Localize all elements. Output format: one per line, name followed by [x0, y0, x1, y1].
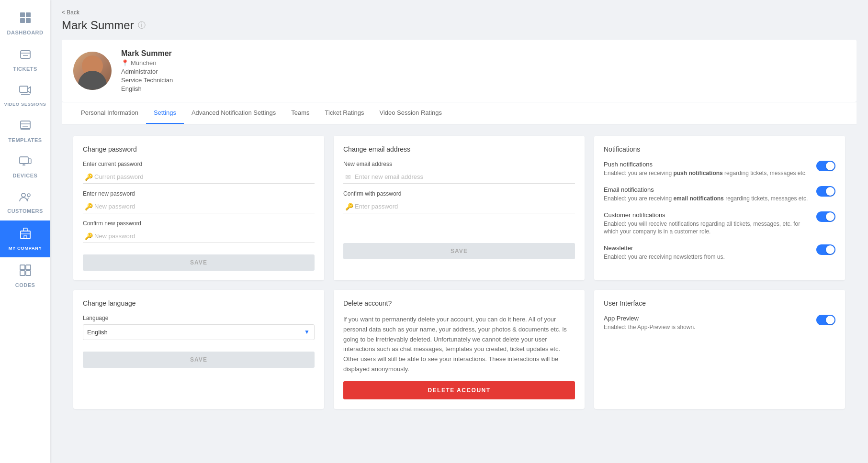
ui-app-preview-text: App Preview Enabled: the App-Preview is … [604, 315, 812, 331]
svg-rect-3 [26, 18, 31, 23]
notif-push-title: Push notifications [604, 161, 812, 168]
notif-newsletter-text: Newsletter Enabled: you are receiving ne… [604, 244, 812, 261]
new-password-group: Enter new password 🔑 [83, 190, 315, 213]
tab-ticket-ratings[interactable]: Ticket Ratings [317, 102, 372, 124]
svg-rect-0 [20, 12, 25, 17]
svg-rect-13 [20, 157, 28, 164]
user-role2: Service Technician [121, 77, 173, 84]
confirm-password-group: Confirm new password 🔑 [83, 220, 315, 243]
page-title: Mark Summer [62, 19, 134, 32]
confirm-with-password-input[interactable] [343, 200, 575, 213]
sidebar-item-customers[interactable]: CUSTOMERS [0, 185, 50, 220]
notif-email: Email notifications Enabled: you are rec… [604, 186, 835, 203]
back-link[interactable]: < Back [62, 9, 79, 16]
sidebar-item-codes[interactable]: CODES [0, 257, 50, 295]
new-email-label: New email address [343, 161, 575, 167]
templates-icon [20, 120, 31, 134]
tab-settings[interactable]: Settings [146, 102, 184, 124]
notif-newsletter-toggle[interactable] [816, 244, 835, 255]
sidebar: DASHBOARD TICKETS VIDEO SESSIONS [0, 0, 50, 463]
user-name: Mark Summer [121, 49, 173, 58]
notif-customer-toggle[interactable] [816, 211, 835, 222]
tab-personal[interactable]: Personal Information [73, 102, 146, 124]
notif-newsletter: Newsletter Enabled: you are receiving ne… [604, 244, 835, 261]
notifications-title: Notifications [604, 145, 835, 153]
video-sessions-icon [19, 85, 32, 99]
svg-rect-4 [21, 51, 30, 58]
notif-email-text: Email notifications Enabled: you are rec… [604, 186, 812, 203]
svg-point-18 [27, 194, 30, 197]
profile-header: Mark Summer 📍 München Administrator Serv… [62, 40, 857, 102]
svg-rect-26 [26, 271, 31, 276]
notif-newsletter-title: Newsletter [604, 244, 812, 252]
tab-video-session-ratings[interactable]: Video Session Ratings [372, 102, 450, 124]
sidebar-label-tickets: TICKETS [13, 66, 37, 72]
notif-push-desc: Enabled: you are receiving push notifica… [604, 169, 812, 177]
sidebar-label-my-company: MY COMPANY [9, 245, 42, 251]
tab-teams[interactable]: Teams [283, 102, 317, 124]
delete-account-button[interactable]: DELETE ACCOUNT [343, 381, 575, 399]
sidebar-item-devices[interactable]: DEVICES [0, 150, 50, 185]
confirm-with-password-group: Confirm with password 🔑 [343, 190, 575, 213]
change-language-save-button[interactable]: SAVE [83, 352, 315, 368]
sidebar-item-video-sessions[interactable]: VIDEO SESSIONS [0, 78, 50, 113]
new-email-group: New email address ✉ [343, 161, 575, 184]
svg-rect-14 [28, 159, 31, 164]
change-email-title: Change email address [343, 145, 575, 153]
sidebar-item-dashboard[interactable]: DASHBOARD [0, 5, 50, 42]
notif-push-text: Push notifications Enabled: you are rece… [604, 161, 812, 177]
change-password-save-button[interactable]: SAVE [83, 254, 315, 271]
sidebar-item-my-company[interactable]: MY COMPANY [0, 220, 50, 257]
avatar [73, 52, 112, 90]
user-interface-card: User Interface App Preview Enabled: the … [594, 290, 845, 409]
language-select-wrapper: Language English German French Spanish ▼ [83, 315, 315, 340]
sidebar-label-codes: CODES [15, 282, 35, 288]
ui-app-preview: App Preview Enabled: the App-Preview is … [604, 315, 835, 331]
sidebar-label-video-sessions: VIDEO SESSIONS [4, 101, 46, 107]
user-interface-title: User Interface [604, 299, 835, 307]
sections-row-1: Change password Enter current password 🔑… [73, 136, 845, 280]
sidebar-label-dashboard: DASHBOARD [7, 30, 44, 35]
main-content: < Back Mark Summer ⓘ Mark Summer 📍 Münch… [50, 0, 868, 463]
change-password-card: Change password Enter current password 🔑… [73, 136, 324, 280]
change-email-save-button[interactable]: SAVE [343, 243, 575, 259]
notif-customer: Customer notifications Enabled: you will… [604, 211, 835, 236]
notif-newsletter-desc: Enabled: you are receiving newsletters f… [604, 253, 812, 261]
notif-customer-desc: Enabled: you will receive notifications … [604, 220, 812, 236]
new-email-input[interactable] [343, 170, 575, 184]
ui-app-preview-toggle[interactable] [816, 315, 835, 325]
current-password-label: Enter current password [83, 161, 315, 167]
sidebar-label-customers: CUSTOMERS [7, 208, 43, 214]
current-password-input[interactable] [83, 170, 315, 184]
change-email-card: Change email address New email address ✉… [334, 136, 585, 280]
confirm-password-label: Confirm new password [83, 220, 315, 227]
new-password-label: Enter new password [83, 190, 315, 197]
sidebar-label-templates: TEMPLATES [8, 137, 42, 143]
notif-push-toggle[interactable] [816, 161, 835, 171]
tabs-container: Personal Information Settings Advanced N… [62, 102, 857, 124]
language-select[interactable]: English German French Spanish [83, 324, 315, 340]
sidebar-item-templates[interactable]: TEMPLATES [0, 113, 50, 150]
notif-push: Push notifications Enabled: you are rece… [604, 161, 835, 177]
ui-app-preview-title: App Preview [604, 315, 812, 322]
current-password-group: Enter current password 🔑 [83, 161, 315, 184]
tabs: Personal Information Settings Advanced N… [73, 102, 845, 124]
svg-rect-23 [20, 265, 25, 270]
tab-advanced[interactable]: Advanced Notification Settings [184, 102, 283, 124]
sidebar-item-tickets[interactable]: TICKETS [0, 42, 50, 78]
svg-rect-25 [20, 271, 25, 276]
change-password-title: Change password [83, 145, 315, 153]
notif-email-desc: Enabled: you are receiving email notific… [604, 195, 812, 203]
svg-rect-7 [20, 86, 28, 92]
confirm-password-input[interactable] [83, 230, 315, 243]
new-password-input[interactable] [83, 200, 315, 213]
svg-rect-19 [21, 231, 30, 239]
notif-email-toggle[interactable] [816, 186, 835, 197]
user-location: 📍 München [121, 59, 173, 66]
dashboard-icon [19, 11, 32, 27]
devices-icon [19, 156, 32, 170]
change-language-title: Change language [83, 299, 315, 307]
location-pin-icon: 📍 [121, 59, 129, 66]
user-role1: Administrator [121, 68, 173, 75]
sections-row-2: Change language Language English German … [73, 290, 845, 409]
